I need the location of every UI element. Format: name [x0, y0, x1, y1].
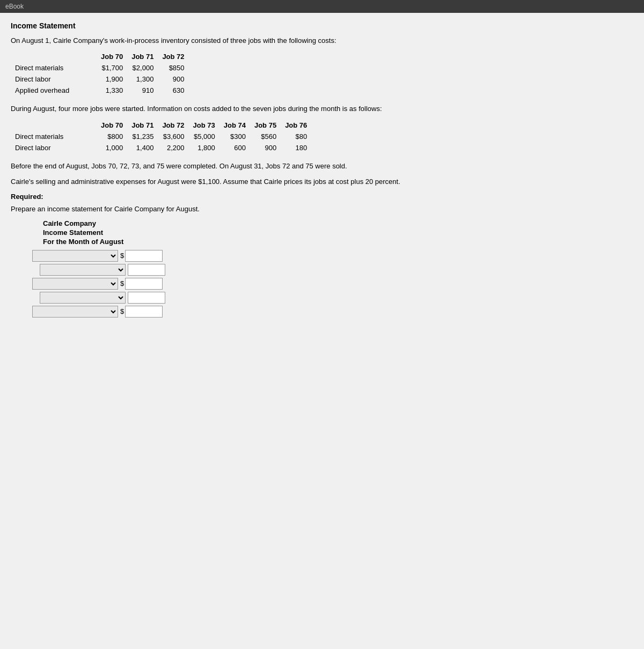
table2: Job 70 Job 71 Job 72 Job 73 Job 74 Job 7…	[11, 120, 311, 153]
form-row-5: $	[32, 306, 633, 318]
form-input-1[interactable]	[125, 250, 163, 262]
t2-dl-job75: 900	[250, 142, 281, 153]
table1: Job 70 Job 71 Job 72 Direct materials $1…	[11, 51, 189, 96]
form-row-2	[40, 264, 633, 276]
t2-header-job70: Job 70	[97, 120, 127, 131]
note1-text: Before the end of August, Jobs 70, 72, 7…	[11, 161, 633, 172]
t2-dl-job70: 1,000	[97, 142, 127, 153]
table-row: Direct materials $800 $1,235 $3,600 $5,0…	[11, 131, 311, 142]
t1-label-dl: Direct labor	[11, 73, 97, 85]
t1-header-job71: Job 71	[127, 51, 158, 62]
t2-header-job72: Job 72	[158, 120, 188, 131]
t2-dm-job70: $800	[97, 131, 127, 142]
form-row-3: $	[32, 278, 633, 290]
form-select-4[interactable]	[40, 292, 126, 304]
form-input-3[interactable]	[125, 278, 163, 290]
t2-dm-job74: $300	[219, 131, 250, 142]
ebook-label: eBook	[5, 3, 24, 10]
prepare-text: Prepare an income statement for Cairle C…	[11, 205, 633, 213]
dollar-sign-3: $	[120, 279, 124, 287]
t1-label-dm: Direct materials	[11, 62, 97, 73]
t1-dl-job71: 1,300	[127, 73, 158, 85]
t2-label-dm: Direct materials	[11, 131, 97, 142]
t2-header-job75: Job 75	[250, 120, 281, 131]
t2-header-job71: Job 71	[127, 120, 158, 131]
t1-dl-job72: 900	[158, 73, 188, 85]
intro-text: On August 1, Cairle Company's work-in-pr…	[11, 36, 633, 45]
table-row: Direct materials $1,700 $2,000 $850	[11, 62, 189, 73]
company-name: Cairle Company	[43, 219, 633, 227]
form-select-2[interactable]	[40, 264, 126, 276]
t2-dm-job72: $3,600	[158, 131, 188, 142]
form-select-1[interactable]	[32, 250, 118, 262]
t1-header-blank	[11, 51, 97, 62]
company-statement-title: Income Statement	[43, 228, 633, 237]
form-input-4[interactable]	[128, 292, 165, 304]
table-row: Applied overhead 1,330 910 630	[11, 85, 189, 96]
page-title: Income Statement	[11, 21, 633, 30]
dollar-sign-1: $	[120, 252, 124, 260]
t1-oh-job72: 630	[158, 85, 188, 96]
t2-dm-job71: $1,235	[127, 131, 158, 142]
t1-header-job72: Job 72	[158, 51, 188, 62]
t2-dm-job73: $5,000	[189, 131, 219, 142]
top-bar: eBook	[0, 0, 644, 13]
required-label: Required:	[11, 193, 633, 201]
form-select-5[interactable]	[32, 306, 118, 318]
company-period: For the Month of August	[43, 238, 633, 246]
t2-label-dl: Direct labor	[11, 142, 97, 153]
t2-header-job73: Job 73	[189, 120, 219, 131]
t2-dl-job74: 600	[219, 142, 250, 153]
t1-dl-job70: 1,900	[97, 73, 127, 85]
t1-oh-job71: 910	[127, 85, 158, 96]
middle-text: During August, four more jobs were start…	[11, 104, 633, 114]
t1-dm-job72: $850	[158, 62, 188, 73]
t2-dl-job71: 1,400	[127, 142, 158, 153]
table-row: Direct labor 1,900 1,300 900	[11, 73, 189, 85]
table-row: Direct labor 1,000 1,400 2,200 1,800 600…	[11, 142, 311, 153]
t1-oh-job70: 1,330	[97, 85, 127, 96]
t2-header-job76: Job 76	[281, 120, 311, 131]
t1-header-job70: Job 70	[97, 51, 127, 62]
t2-header-job74: Job 74	[219, 120, 250, 131]
t1-dm-job71: $2,000	[127, 62, 158, 73]
form-select-3[interactable]	[32, 278, 118, 290]
form-row-1: $	[32, 250, 633, 262]
form-input-5[interactable]	[125, 306, 163, 318]
t2-dl-job73: 1,800	[189, 142, 219, 153]
t2-dm-job76: $80	[281, 131, 311, 142]
t2-header-blank	[11, 120, 97, 131]
t1-dm-job70: $1,700	[97, 62, 127, 73]
form-input-2[interactable]	[128, 264, 165, 276]
t2-dl-job72: 2,200	[158, 142, 188, 153]
form-row-4	[40, 292, 633, 304]
t2-dl-job76: 180	[281, 142, 311, 153]
note2-text: Cairle's selling and administrative expe…	[11, 176, 633, 187]
main-content: Income Statement On August 1, Cairle Com…	[0, 13, 644, 649]
income-form: $ $	[32, 250, 633, 318]
t1-label-oh: Applied overhead	[11, 85, 97, 96]
t2-dm-job75: $560	[250, 131, 281, 142]
dollar-sign-5: $	[120, 307, 124, 315]
